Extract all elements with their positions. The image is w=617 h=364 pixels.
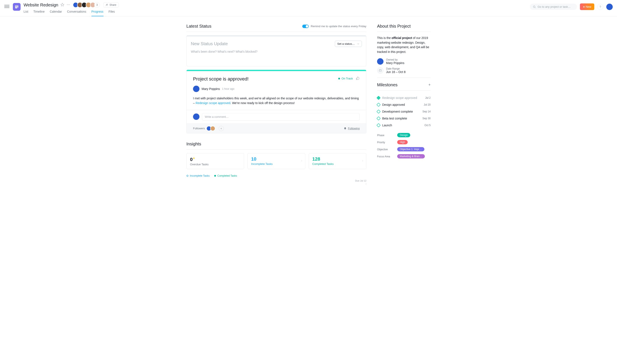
insight-overdue[interactable]: 0+ Overdue Tasks [186, 153, 244, 169]
tab-calendar[interactable]: Calendar [50, 10, 62, 16]
legend-complete[interactable]: Completed Tasks [214, 174, 237, 177]
me-avatar-small [193, 114, 200, 120]
status-dot-icon [338, 78, 340, 79]
date-range-row[interactable]: Date Range Jun 16 – Oct 8 [377, 67, 431, 74]
status-badge-label: On Track [341, 77, 353, 80]
plus-indicator-icon: + [193, 156, 195, 160]
milestone-row[interactable]: Development completeSep 14 [377, 108, 431, 115]
milestones-list: Redesign scope approvedJul 2Design appro… [377, 94, 431, 129]
milestone-row[interactable]: Beta test completeSep 30 [377, 115, 431, 122]
insights-title: Insights [186, 142, 366, 146]
svg-point-8 [107, 4, 108, 5]
more-icon[interactable] [67, 3, 70, 7]
milestone-date: Jul 2 [425, 96, 431, 99]
owner-name: Mary Poppins [386, 61, 404, 65]
owner-row[interactable]: Owned by Mary Poppins [377, 58, 431, 65]
svg-rect-1 [15, 7, 18, 7]
following-button[interactable]: Following [344, 127, 360, 130]
phase-pill[interactable]: Design [397, 133, 410, 137]
menu-icon[interactable] [4, 4, 9, 9]
svg-rect-0 [15, 6, 18, 6]
milestone-row[interactable]: Redesign scope approvedJul 2 [377, 94, 431, 101]
objective-label: Objective [377, 148, 394, 151]
status-select[interactable]: Set a status… [335, 41, 362, 47]
update-body-link[interactable]: Redesign scope approved [196, 101, 230, 105]
header-right: Go to any project or task… + New ? [530, 3, 613, 10]
milestone-diamond-icon [376, 123, 381, 127]
composer-body[interactable]: What's been done? What's next? What's bl… [191, 50, 362, 53]
latest-status-title: Latest Status [186, 24, 212, 29]
svg-point-4 [67, 4, 67, 5]
comment-row: Write a comment… [187, 110, 366, 124]
follower-avatar[interactable] [210, 126, 215, 131]
status-update-card: Project scope is approved! On Track Mary… [186, 70, 366, 133]
svg-point-9 [534, 6, 535, 8]
share-button[interactable]: Share [103, 2, 119, 8]
project-properties: Phase Design Priority High Objective Obj… [377, 133, 431, 159]
svg-line-10 [535, 7, 536, 8]
update-body: I met with project stakeholders this wee… [193, 96, 360, 105]
tab-files[interactable]: Files [109, 10, 115, 16]
member-avatars[interactable]: 3 [74, 2, 100, 8]
complete-label: Completed Tasks [312, 162, 363, 166]
milestones-title: Milestones [377, 82, 398, 87]
objective-pill[interactable]: Objective 1: Impr… [397, 147, 424, 151]
avatar-overflow[interactable]: 3 [94, 2, 100, 8]
header-main: Website Redesign 3 Share List Time [24, 2, 530, 16]
search-input[interactable]: Go to any project or task… [530, 4, 577, 10]
svg-point-5 [68, 4, 68, 5]
focus-pill[interactable]: Marketing & Bran… [397, 154, 425, 158]
focus-label: Focus Area [377, 155, 394, 158]
new-button[interactable]: + New [580, 3, 594, 10]
about-title: About this Project [377, 24, 431, 32]
legend-incomplete[interactable]: Incomplete Tasks [186, 174, 210, 177]
chevron-right-icon [300, 159, 303, 163]
author-avatar[interactable] [193, 86, 200, 92]
add-follower-button[interactable]: + [219, 126, 224, 131]
tab-timeline[interactable]: Timeline [33, 10, 45, 16]
tab-list[interactable]: List [24, 10, 28, 16]
milestone-label: Redesign scope approved [382, 96, 417, 100]
tab-progress[interactable]: Progress [92, 10, 104, 16]
insights-cards: 0+ Overdue Tasks 10 Incomplete Tasks 128… [186, 153, 366, 169]
about-text: This is the official project of our 2019… [377, 36, 431, 54]
project-icon[interactable] [13, 3, 21, 11]
reminder-toggle[interactable] [302, 25, 309, 28]
overdue-label: Overdue Tasks [190, 163, 240, 166]
overdue-num: 0 [190, 157, 193, 162]
svg-point-7 [106, 4, 107, 5]
milestone-date: Oct 5 [424, 124, 431, 127]
svg-marker-3 [61, 3, 64, 6]
status-badge: On Track [338, 77, 353, 80]
search-icon [533, 5, 536, 8]
milestone-row[interactable]: LaunchOct 5 [377, 122, 431, 129]
reminder-text: Remind me to update the status every Fri… [311, 25, 366, 28]
topbar: Website Redesign 3 Share List Time [0, 0, 617, 16]
chart-legend: Incomplete Tasks Completed Tasks [186, 174, 366, 177]
complete-num: 128 [312, 156, 363, 162]
milestone-diamond-icon [376, 103, 381, 107]
svg-rect-2 [15, 8, 17, 8]
like-button[interactable] [356, 76, 360, 81]
share-label: Share [109, 3, 116, 6]
comment-input[interactable]: Write a comment… [202, 113, 360, 120]
update-body-suffix: . We're now ready to kick off the design… [230, 101, 295, 105]
priority-pill[interactable]: High [397, 140, 408, 144]
insight-incomplete[interactable]: 10 Incomplete Tasks [247, 153, 305, 169]
milestone-label: Launch [382, 124, 392, 127]
date-range-value: Jun 16 – Oct 8 [386, 70, 405, 74]
composer-title: New Status Update [191, 41, 228, 46]
insight-complete[interactable]: 128 Completed Tasks [309, 153, 366, 169]
svg-point-11 [187, 175, 188, 177]
milestone-row[interactable]: Design approvedJul 20 [377, 101, 431, 108]
help-button[interactable]: ? [597, 4, 603, 10]
me-avatar[interactable] [606, 4, 613, 10]
add-milestone-button[interactable]: + [428, 83, 431, 87]
bell-icon [344, 127, 347, 130]
star-icon[interactable] [60, 3, 64, 7]
phase-label: Phase [377, 134, 394, 137]
tabs: List Timeline Calendar Conversations Pro… [24, 10, 530, 16]
chevron-right-icon [362, 159, 364, 163]
tab-conversations[interactable]: Conversations [67, 10, 86, 16]
chart-due-label: Due Jul 12 [186, 180, 366, 182]
